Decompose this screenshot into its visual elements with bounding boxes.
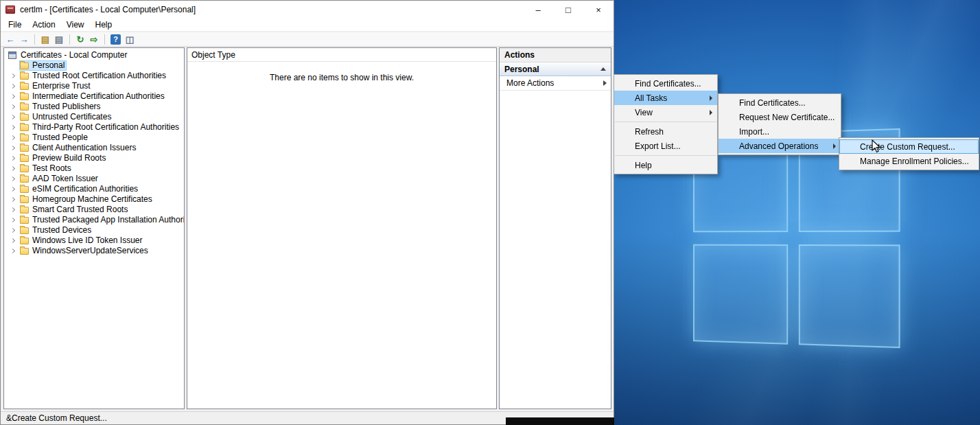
chevron-right-icon[interactable] bbox=[10, 207, 15, 212]
menubar-file[interactable]: File bbox=[3, 19, 27, 31]
refresh-icon[interactable]: ↻ bbox=[74, 33, 86, 45]
chevron-right-icon[interactable] bbox=[10, 228, 15, 233]
chevron-right-icon[interactable] bbox=[10, 104, 15, 109]
chevron-right-icon[interactable] bbox=[10, 238, 15, 243]
chevron-right-icon[interactable] bbox=[10, 218, 15, 222]
menubar-action[interactable]: Action bbox=[27, 19, 60, 31]
tree-item-label: Third-Party Root Certification Authoriti… bbox=[32, 122, 179, 133]
tree-item-personal[interactable]: Personal bbox=[4, 60, 184, 71]
chevron-right-icon[interactable] bbox=[10, 94, 15, 99]
tree-item-enterprise-trust[interactable]: Enterprise Trust bbox=[4, 81, 184, 91]
folder-icon bbox=[20, 83, 29, 90]
close-button[interactable]: × bbox=[583, 1, 614, 19]
tree-item-label: Enterprise Trust bbox=[32, 81, 91, 91]
chevron-right-icon[interactable] bbox=[10, 146, 15, 150]
chevron-right-icon[interactable] bbox=[10, 73, 15, 78]
tree-item-preview-build-roots[interactable]: Preview Build Roots bbox=[4, 153, 184, 163]
menu-separator bbox=[615, 155, 716, 156]
menu-item-find-certificates[interactable]: Find Certificates... bbox=[614, 76, 717, 91]
tree-item-windows-live-id-token-issuer[interactable]: Windows Live ID Token Issuer bbox=[4, 236, 184, 246]
help-icon[interactable]: ? bbox=[110, 34, 121, 45]
folder-icon bbox=[20, 114, 29, 121]
tree-item-aad-token-issuer[interactable]: AAD Token Issuer bbox=[4, 174, 184, 184]
menu-item-all-tasks[interactable]: All Tasks bbox=[614, 91, 717, 105]
minimize-button[interactable]: – bbox=[523, 1, 553, 19]
menu-item-label: Refresh bbox=[635, 127, 664, 137]
folder-icon bbox=[20, 207, 29, 214]
toolbar-separator bbox=[104, 34, 105, 45]
chevron-right-icon[interactable] bbox=[10, 135, 15, 140]
tree-item-trusted-publishers[interactable]: Trusted Publishers bbox=[4, 102, 184, 112]
more-actions-item[interactable]: More Actions bbox=[500, 76, 611, 91]
menu-item-label: All Tasks bbox=[635, 93, 667, 103]
tree-item-label: Untrusted Certificates bbox=[32, 112, 111, 122]
tree-root-certificates-local-computer[interactable]: Certificates - Local Computer bbox=[4, 50, 184, 60]
toolbar: ←→▤▤↻⇨?◫ bbox=[1, 32, 614, 47]
titlebar[interactable]: certlm - [Certificates - Local Computer\… bbox=[1, 1, 614, 19]
menu-item-label: Request New Certificate... bbox=[739, 113, 835, 122]
certlm-window: certlm - [Certificates - Local Computer\… bbox=[0, 0, 614, 425]
tree-item-client-authentication-issuers[interactable]: Client Authentication Issuers bbox=[4, 143, 184, 153]
tree-item-homegroup-machine-certificates[interactable]: Homegroup Machine Certificates bbox=[4, 194, 184, 205]
tree-item-third-party-root-certification-authorities[interactable]: Third-Party Root Certification Authoriti… bbox=[4, 122, 184, 133]
menu-item-help[interactable]: Help bbox=[614, 158, 717, 172]
tree-item-smart-card-trusted-roots[interactable]: Smart Card Trusted Roots bbox=[4, 205, 184, 215]
chevron-right-icon[interactable] bbox=[10, 84, 15, 89]
menu-item-refresh[interactable]: Refresh bbox=[614, 124, 717, 139]
menu-item-label: Advanced Operations bbox=[739, 141, 818, 151]
column-header-object-type[interactable]: Object Type bbox=[187, 48, 496, 62]
actions-section-personal[interactable]: Personal bbox=[500, 62, 611, 76]
export-list-icon[interactable]: ⇨ bbox=[88, 33, 100, 45]
folder-icon bbox=[20, 124, 29, 131]
menu-item-find-certificates[interactable]: Find Certificates... bbox=[719, 95, 841, 110]
chevron-right-icon[interactable] bbox=[10, 187, 15, 192]
menu-item-manage-enrollment-policies[interactable]: Manage Enrollment Policies... bbox=[839, 154, 979, 168]
chevron-right-icon[interactable] bbox=[10, 249, 15, 253]
chevron-right-icon[interactable] bbox=[10, 125, 15, 130]
chevron-right-icon[interactable] bbox=[10, 156, 15, 161]
tree-item-windowsserverupdateservices[interactable]: WindowsServerUpdateServices bbox=[4, 246, 184, 256]
window-title: certlm - [Certificates - Local Computer\… bbox=[20, 5, 196, 14]
tree-item-trusted-packaged-app-installation-authorities[interactable]: Trusted Packaged App Installation Author… bbox=[4, 215, 184, 225]
collapse-arrow-icon[interactable] bbox=[600, 67, 606, 71]
tree-item-untrusted-certificates[interactable]: Untrusted Certificates bbox=[4, 112, 184, 122]
menu-item-label: Find Certificates... bbox=[635, 79, 701, 89]
menu-item-export-list[interactable]: Export List... bbox=[614, 139, 717, 153]
chevron-right-icon[interactable] bbox=[10, 115, 15, 119]
forward-icon[interactable]: → bbox=[18, 33, 30, 45]
menu-item-view[interactable]: View bbox=[614, 105, 717, 119]
windows-logo-pane bbox=[799, 244, 900, 348]
menu-item-import[interactable]: Import... bbox=[719, 124, 841, 139]
folder-icon bbox=[20, 238, 29, 244]
chevron-right-icon[interactable] bbox=[10, 166, 15, 171]
tree-root-label: Certificates - Local Computer bbox=[21, 50, 127, 60]
properties-icon[interactable]: ▤ bbox=[53, 33, 65, 45]
tree-item-trusted-people[interactable]: Trusted People bbox=[4, 133, 184, 143]
context-menu: Find Certificates...All TasksViewRefresh… bbox=[614, 74, 718, 174]
tree-item-trusted-root-certification-authorities[interactable]: Trusted Root Certification Authorities bbox=[4, 71, 184, 81]
show-action-pane-icon[interactable]: ◫ bbox=[124, 33, 136, 45]
menubar-view[interactable]: View bbox=[61, 19, 90, 31]
status-text: &Create Custom Request... bbox=[6, 413, 107, 423]
column-header-label: Object Type bbox=[191, 50, 235, 60]
tree-item-test-roots[interactable]: Test Roots bbox=[4, 163, 184, 174]
menu-item-advanced-operations[interactable]: Advanced Operations bbox=[719, 139, 841, 153]
chevron-right-icon[interactable] bbox=[10, 197, 15, 202]
folder-icon bbox=[20, 227, 29, 234]
maximize-button[interactable]: □ bbox=[553, 1, 583, 19]
toolbar-separator bbox=[69, 34, 70, 45]
chevron-right-icon[interactable] bbox=[10, 176, 15, 181]
back-icon[interactable]: ← bbox=[4, 33, 16, 45]
tree-item-esim-certification-authorities[interactable]: eSIM Certification Authorities bbox=[4, 184, 184, 194]
show-console-tree-icon[interactable]: ▤ bbox=[39, 33, 51, 45]
tree-item-trusted-devices[interactable]: Trusted Devices bbox=[4, 225, 184, 236]
menu-separator bbox=[615, 122, 716, 122]
folder-icon bbox=[20, 73, 29, 80]
menubar-help[interactable]: Help bbox=[90, 19, 118, 31]
menu-item-create-custom-request[interactable]: Create Custom Request... bbox=[839, 139, 979, 154]
menu-item-label: Export List... bbox=[635, 141, 681, 151]
actions-pane: Actions Personal More Actions bbox=[499, 47, 611, 409]
folder-icon bbox=[20, 176, 29, 183]
tree-item-intermediate-certification-authorities[interactable]: Intermediate Certification Authorities bbox=[4, 91, 184, 102]
menu-item-request-new-certificate[interactable]: Request New Certificate... bbox=[719, 110, 841, 124]
